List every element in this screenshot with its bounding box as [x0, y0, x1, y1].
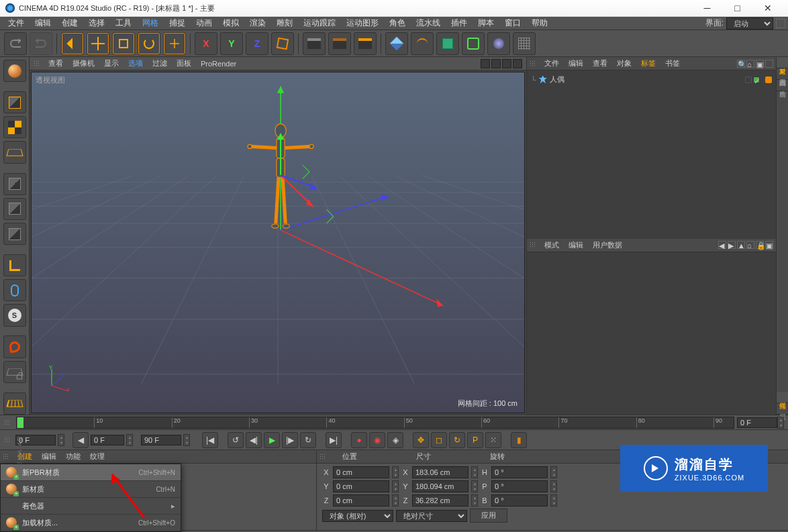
pos-z-field[interactable]	[333, 494, 389, 507]
live-select-button[interactable]	[3, 60, 26, 82]
nav-back-icon[interactable]: ◀	[718, 241, 726, 249]
pos-x-field[interactable]	[333, 466, 389, 478]
nav-fwd-icon[interactable]: ▶	[728, 241, 736, 249]
next-key-button[interactable]: |▶	[282, 432, 298, 448]
environment-button[interactable]	[487, 32, 510, 55]
search-icon[interactable]: 🔍	[737, 60, 745, 68]
menu-item-网格[interactable]: 网格	[137, 16, 164, 30]
edge-mode-button[interactable]	[3, 198, 26, 220]
grip-icon[interactable]	[34, 60, 40, 67]
spinner[interactable]	[550, 494, 557, 507]
undo-button[interactable]	[4, 32, 27, 55]
key-pla-button[interactable]: ⁙	[485, 432, 501, 448]
point-mode-button[interactable]	[3, 173, 26, 195]
primitive-cube-button[interactable]	[385, 32, 408, 55]
menu-item-插件[interactable]: 插件	[446, 16, 473, 30]
menu-item-脚本[interactable]: 脚本	[473, 16, 499, 30]
scale-tool[interactable]	[112, 32, 135, 55]
key-param-button[interactable]: P	[467, 432, 483, 448]
obj-menu-item-文件[interactable]: 文件	[540, 57, 563, 70]
home-icon[interactable]: ⌂	[746, 60, 754, 68]
attr-menu-item-编辑[interactable]: 编辑	[564, 239, 587, 252]
cur-frame-back[interactable]: ◀	[72, 432, 89, 448]
nav-home-icon[interactable]: ⌂	[746, 241, 754, 249]
menu-item-选择[interactable]: 选择	[83, 16, 110, 30]
rot-h-field[interactable]	[491, 466, 548, 478]
grip-icon[interactable]	[530, 60, 536, 67]
lock-button[interactable]	[3, 361, 26, 383]
eye-icon[interactable]	[765, 60, 773, 68]
reverse-button[interactable]: ↺	[228, 432, 244, 448]
model-mode-button[interactable]	[3, 91, 26, 113]
menu-item-运动图形[interactable]: 运动图形	[341, 16, 384, 30]
nav-up-icon[interactable]: ▲	[737, 241, 745, 249]
tag-layer-icon[interactable]	[745, 76, 752, 83]
context-item-着色器[interactable]: 着色器	[1, 498, 181, 515]
timeline-window-button[interactable]: ▮	[511, 432, 527, 448]
spinner[interactable]	[392, 494, 399, 507]
interface-select[interactable]: 启动	[726, 17, 773, 30]
size-y-field[interactable]	[412, 480, 469, 492]
keyframe-sel-button[interactable]: ◈	[387, 432, 403, 448]
tab-objects[interactable]: 对象	[777, 57, 788, 68]
record-button[interactable]: ●	[351, 432, 367, 448]
obj-menu-item-书签[interactable]: 书签	[661, 57, 684, 70]
vp-menu-item-面板[interactable]: 面板	[173, 57, 195, 70]
tab-attributes[interactable]: 属性	[777, 392, 788, 403]
render-pv-button[interactable]	[328, 32, 351, 55]
spinner[interactable]	[471, 480, 478, 492]
attr-menu-item-用户数据[interactable]: 用户数据	[589, 239, 626, 252]
spinner[interactable]	[58, 434, 64, 446]
menu-item-帮助[interactable]: 帮助	[526, 16, 553, 30]
move-tool[interactable]	[87, 32, 109, 55]
coord-system-button[interactable]	[271, 32, 294, 55]
close-button[interactable]: ✕	[752, 0, 783, 17]
vp-menu-item-显示[interactable]: 显示	[100, 57, 123, 70]
spinner[interactable]	[550, 480, 557, 492]
vp-nav2-icon[interactable]	[491, 59, 501, 68]
max-icon[interactable]: ▣	[765, 241, 773, 249]
play-button[interactable]: ▶	[264, 432, 280, 448]
size-z-field[interactable]	[412, 494, 469, 507]
vp-nav3-icon[interactable]	[502, 59, 511, 68]
spinner[interactable]	[471, 494, 478, 507]
grip-icon[interactable]	[530, 242, 536, 248]
snap-button[interactable]: S	[3, 304, 26, 326]
render-view-button[interactable]	[303, 32, 326, 55]
workplane-grid-button[interactable]	[3, 392, 26, 415]
autokey-button[interactable]: ◉	[369, 432, 385, 448]
maximize-button[interactable]: □	[722, 0, 752, 17]
menu-item-捕捉[interactable]: 捕捉	[164, 16, 191, 30]
tab-layers[interactable]: 层	[777, 403, 788, 415]
pos-y-field[interactable]	[333, 480, 389, 492]
x-axis-toggle[interactable]: X	[195, 32, 217, 55]
attr-menu-item-模式[interactable]: 模式	[540, 239, 563, 252]
tab-structure[interactable]: 构造	[777, 80, 788, 91]
timeline-ruler[interactable]: 0102030405060708090	[16, 417, 734, 429]
object-row[interactable]: └ 人偶 ✓	[530, 73, 773, 86]
spinner[interactable]	[126, 434, 133, 446]
vp-menu-item-选项[interactable]: 选项	[124, 57, 147, 70]
tab-content-browser[interactable]: 内容浏览器	[777, 68, 788, 80]
spinner[interactable]	[183, 434, 190, 446]
menu-item-窗口[interactable]: 窗口	[499, 16, 526, 30]
menu-item-渲染[interactable]: 渲染	[244, 16, 271, 30]
menu-item-流水线[interactable]: 流水线	[411, 16, 446, 30]
spinner[interactable]	[777, 417, 784, 429]
spline-pen-button[interactable]	[411, 32, 434, 55]
texture-mode-button[interactable]	[3, 116, 26, 138]
y-axis-toggle[interactable]: Y	[220, 32, 243, 55]
lock-icon[interactable]: 🔒	[756, 241, 764, 249]
camera-light-button[interactable]	[513, 32, 536, 55]
minimize-button[interactable]: ─	[692, 0, 722, 17]
rotate-tool[interactable]	[138, 32, 160, 55]
prev-key-button[interactable]: ◀|	[246, 432, 262, 448]
perspective-viewport[interactable]: 透视视图	[31, 72, 525, 413]
mat-menu-item-功能[interactable]: 功能	[62, 450, 85, 463]
vp-menu-item-查看[interactable]: 查看	[44, 57, 67, 70]
tag-phong-icon[interactable]	[765, 76, 772, 83]
last-tool[interactable]	[163, 32, 186, 55]
key-rotate-button[interactable]: ↻	[449, 432, 465, 448]
end-frame-field[interactable]	[141, 435, 181, 445]
vp-nav4-icon[interactable]	[513, 59, 522, 68]
